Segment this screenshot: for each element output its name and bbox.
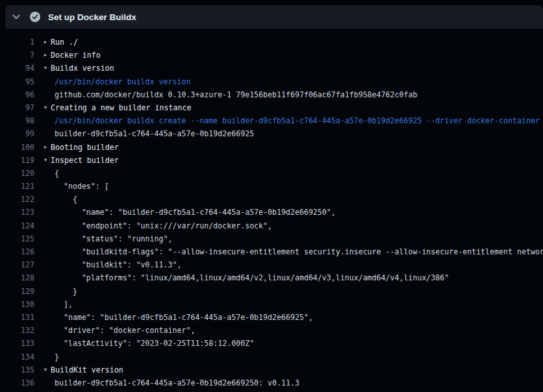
log-line: 122 { xyxy=(0,193,543,206)
log-text: "status": "running", xyxy=(55,232,172,245)
line-number[interactable]: 121 xyxy=(0,180,34,193)
log-line: 130 ], xyxy=(0,298,543,311)
group-title: BuildKit version xyxy=(51,363,123,376)
line-number[interactable]: 97 xyxy=(0,101,34,114)
log-text: "lastActivity": "2023-02-25T11:58:12.000… xyxy=(55,337,254,350)
line-number[interactable]: 96 xyxy=(0,88,34,101)
line-number[interactable]: 131 xyxy=(0,311,34,324)
log-line: 131 "name": "builder-d9cfb5a1-c764-445a-… xyxy=(0,311,543,324)
triangle-collapsed-icon[interactable]: ▶ xyxy=(42,49,49,62)
line-number[interactable]: 128 xyxy=(0,271,34,284)
group-title: Creating a new builder instance xyxy=(51,101,191,114)
log-line: 134} xyxy=(0,350,543,363)
log-line: 132 "driver": "docker-container", xyxy=(0,324,543,337)
line-number[interactable]: 120 xyxy=(0,167,34,180)
log-line: 133 "lastActivity": "2023-02-25T11:58:12… xyxy=(0,337,543,350)
line-number[interactable]: 127 xyxy=(0,258,34,271)
log-line[interactable]: 1▶Run ./ xyxy=(0,36,543,49)
triangle-expanded-icon[interactable]: ▼ xyxy=(42,62,49,75)
line-number[interactable]: 7 xyxy=(0,49,34,62)
group-title: Inspect builder xyxy=(51,154,119,167)
line-number[interactable]: 132 xyxy=(0,324,34,337)
log-text: "nodes": [ xyxy=(55,180,109,193)
log-text: builder-d9cfb5a1-c764-445a-a57e-0b19d2e6… xyxy=(55,127,254,140)
line-number[interactable]: 129 xyxy=(0,285,34,298)
log-text: { xyxy=(55,167,59,180)
triangle-expanded-icon[interactable]: ▼ xyxy=(42,101,49,114)
log-text: "endpoint": "unix:///var/run/docker.sock… xyxy=(55,219,272,232)
log-line[interactable]: 97▼Creating a new builder instance xyxy=(0,101,543,114)
line-number[interactable]: 134 xyxy=(0,350,34,363)
log-line: 127 "buildkit": "v0.11.3", xyxy=(0,258,543,271)
log-text: github.com/docker/buildx 0.10.3+azure-1 … xyxy=(55,88,417,101)
log-text: "name": "builder-d9cfb5a1-c764-445a-a57e… xyxy=(55,206,336,219)
log-line: 99builder-d9cfb5a1-c764-445a-a57e-0b19d2… xyxy=(0,127,543,140)
log-text: "buildkit": "v0.11.3", xyxy=(55,258,181,271)
triangle-expanded-icon[interactable]: ▼ xyxy=(42,363,49,376)
group-title: Buildx version xyxy=(51,62,114,75)
log-text: } xyxy=(55,285,77,298)
log-line: 95/usr/bin/docker buildx version xyxy=(0,75,543,88)
triangle-collapsed-icon[interactable]: ▶ xyxy=(42,141,49,154)
log-line: 126 "buildkitd-flags": "--allow-insecure… xyxy=(0,245,543,258)
group-title: Run ./ xyxy=(51,36,78,49)
log-line[interactable]: 135▼BuildKit version xyxy=(0,363,543,376)
check-circle-icon xyxy=(30,12,40,22)
line-number[interactable]: 94 xyxy=(0,62,34,75)
log-text: /usr/bin/docker buildx create --name bui… xyxy=(55,114,540,127)
log-line[interactable]: 100▶Booting builder xyxy=(0,141,543,154)
log-text: ], xyxy=(55,298,73,311)
log-line: 120{ xyxy=(0,167,543,180)
log-line: 129 } xyxy=(0,285,543,298)
line-number[interactable]: 98 xyxy=(0,114,34,127)
log-line: 125 "status": "running", xyxy=(0,232,543,245)
log-line: 123 "name": "builder-d9cfb5a1-c764-445a-… xyxy=(0,206,543,219)
line-number[interactable]: 124 xyxy=(0,219,34,232)
log-text: "driver": "docker-container", xyxy=(55,324,195,337)
chevron-down-icon[interactable] xyxy=(9,10,23,24)
triangle-expanded-icon[interactable]: ▼ xyxy=(42,154,49,167)
line-number[interactable]: 136 xyxy=(0,376,34,389)
line-number[interactable]: 122 xyxy=(0,193,34,206)
log-text: { xyxy=(55,193,77,206)
line-number[interactable]: 95 xyxy=(0,75,34,88)
step-header[interactable]: Set up Docker Buildx xyxy=(5,5,543,29)
log-line: 121 "nodes": [ xyxy=(0,180,543,193)
log-line[interactable]: 94▼Buildx version xyxy=(0,62,543,75)
line-number[interactable]: 100 xyxy=(0,141,34,154)
log-text: "platforms": "linux/amd64,linux/amd64/v2… xyxy=(55,271,449,284)
group-title: Booting builder xyxy=(51,141,119,154)
log-text: builder-d9cfb5a1-c764-445a-a57e-0b19d2e6… xyxy=(55,376,299,389)
log-line[interactable]: 119▼Inspect builder xyxy=(0,154,543,167)
log-text: "name": "builder-d9cfb5a1-c764-445a-a57e… xyxy=(55,311,313,324)
log-line: 136builder-d9cfb5a1-c764-445a-a57e-0b19d… xyxy=(0,376,543,389)
line-number[interactable]: 99 xyxy=(0,127,34,140)
line-number[interactable]: 126 xyxy=(0,245,34,258)
log-line: 96github.com/docker/buildx 0.10.3+azure-… xyxy=(0,88,543,101)
log-text: /usr/bin/docker buildx version xyxy=(55,75,190,88)
line-number[interactable]: 123 xyxy=(0,206,34,219)
log-line[interactable]: 7▶Docker info xyxy=(0,49,543,62)
triangle-collapsed-icon[interactable]: ▶ xyxy=(42,36,49,49)
line-number[interactable]: 133 xyxy=(0,337,34,350)
group-title: Docker info xyxy=(51,49,101,62)
line-number[interactable]: 1 xyxy=(0,36,34,49)
line-number[interactable]: 130 xyxy=(0,298,34,311)
step-title: Set up Docker Buildx xyxy=(48,12,136,22)
line-number[interactable]: 125 xyxy=(0,232,34,245)
line-number[interactable]: 119 xyxy=(0,154,34,167)
log-text: } xyxy=(55,350,59,363)
log-area: 1▶Run ./7▶Docker info94▼Buildx version95… xyxy=(0,29,543,392)
line-number[interactable]: 135 xyxy=(0,363,34,376)
log-line: 98/usr/bin/docker buildx create --name b… xyxy=(0,114,543,127)
log-text: "buildkitd-flags": "--allow-insecure-ent… xyxy=(55,245,543,258)
log-line: 128 "platforms": "linux/amd64,linux/amd6… xyxy=(0,271,543,284)
log-line: 124 "endpoint": "unix:///var/run/docker.… xyxy=(0,219,543,232)
